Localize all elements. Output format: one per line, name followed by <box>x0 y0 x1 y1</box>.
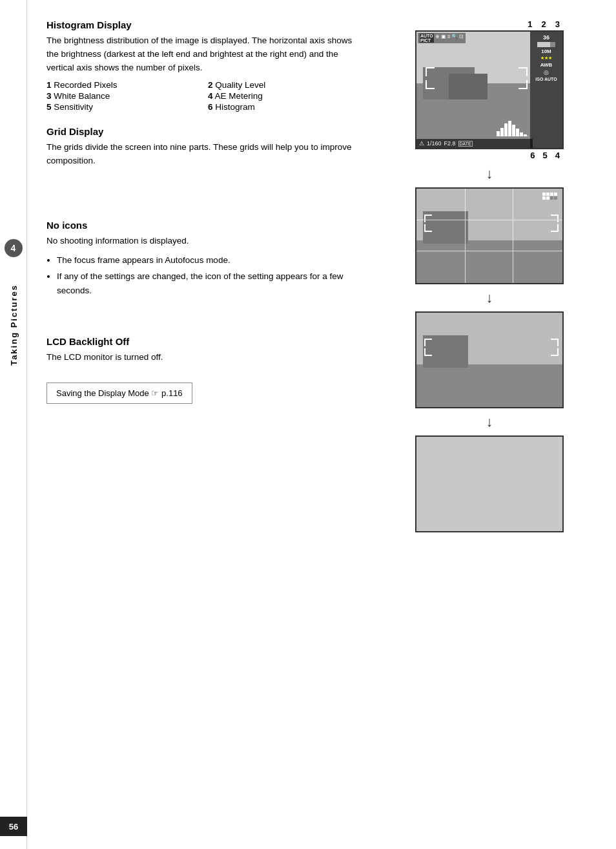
histogram-section: Histogram Display The brightness distrib… <box>46 19 363 112</box>
focus-tr <box>518 67 528 76</box>
warning-icon: ⚠ <box>419 140 424 147</box>
display-icon: ▣ <box>441 34 446 43</box>
search-icon: 🔍 <box>451 34 458 43</box>
focus-br-grid <box>551 224 559 232</box>
focus-tl-grid <box>424 215 432 222</box>
date-tag: DATE <box>458 141 473 147</box>
ground-noicons <box>416 364 562 407</box>
lcd-off-display <box>415 435 564 532</box>
chapter-number: 4 <box>5 239 23 257</box>
histogram-image-container: 1 2 3 <box>415 19 564 160</box>
battery-fill <box>537 42 550 47</box>
saving-note-icon: ☞ <box>151 388 159 398</box>
ground-grid <box>416 240 562 283</box>
label-5: 5 <box>543 151 548 160</box>
lcd-title: LCD Backlight Off <box>46 336 363 347</box>
grid-title: Grid Display <box>46 126 363 137</box>
face-icon: ʬ <box>447 34 450 43</box>
label-2: 2 <box>542 19 546 29</box>
grid-v2 <box>513 189 513 283</box>
camera-photo-area: AUTOPICT ⊕ ▣ ʬ 🔍 ⊡ 36 <box>416 32 562 148</box>
label-6: 6 <box>530 151 535 160</box>
saving-note-page: p.116 <box>161 388 183 398</box>
histogram-title: Histogram Display <box>46 19 363 30</box>
auto-pict-icon: AUTOPICT <box>420 34 434 43</box>
focus-tr-grid <box>551 215 559 222</box>
histogram-svg <box>497 118 529 136</box>
resolution-icon: 10M <box>541 48 551 54</box>
bullet-1: The focus frame appears in Autofocus mod… <box>57 253 363 267</box>
noicons-section: No icons No shooting information is disp… <box>46 220 363 298</box>
two-column-layout: Histogram Display The brightness distrib… <box>46 19 603 532</box>
focus-tl <box>426 67 435 76</box>
label-3: 3 <box>555 19 560 29</box>
battery-icon <box>537 42 555 47</box>
svg-rect-6 <box>520 132 523 136</box>
cam-bottom-bar: ⚠ 1/160 F2.8 DATE <box>416 139 533 148</box>
noicons-display-image <box>415 311 564 408</box>
arrow-3: ↓ <box>486 415 493 429</box>
histogram-body: The brightness distribution of the image… <box>46 34 363 75</box>
svg-rect-0 <box>497 131 500 136</box>
focus-bl-noicons <box>424 348 432 356</box>
focus-br <box>518 80 528 89</box>
page-number: 56 <box>0 817 27 836</box>
cam-icons-row: AUTOPICT ⊕ ▣ ʬ 🔍 ⊡ <box>418 33 466 43</box>
svg-rect-4 <box>512 125 515 136</box>
focus-bl-grid <box>424 224 432 232</box>
sidebar: 4 Taking Pictures 56 <box>0 0 27 849</box>
building2 <box>449 74 488 100</box>
focus-tl-noicons <box>424 339 432 346</box>
noicons-bullets: The focus frame appears in Autofocus mod… <box>46 253 363 298</box>
item-4: 4 AE Metering <box>208 91 363 101</box>
noicons-title: No icons <box>46 220 363 231</box>
histogram-items: 1 Recorded Pixels 2 Quality Level 3 Whit… <box>46 80 363 112</box>
aperture: F2.8 <box>444 140 456 147</box>
grid-section: Grid Display The grids divide the screen… <box>46 126 363 168</box>
grid-display-image <box>415 187 564 284</box>
label-1: 1 <box>528 19 532 29</box>
cam-bottom-labels: 6 5 4 <box>415 151 564 160</box>
lcd-body: The LCD monitor is turned off. <box>46 351 363 364</box>
shot-count: 36 <box>543 34 549 41</box>
focus-bl <box>426 80 435 89</box>
metering-icon: ◎ <box>544 69 549 76</box>
grid-v1 <box>465 189 466 283</box>
lcd-section: LCD Backlight Off The LCD monitor is tur… <box>46 336 363 364</box>
saving-note-text: Saving the Display Mode <box>56 388 149 398</box>
svg-rect-3 <box>508 121 511 136</box>
bullet-2: If any of the settings are changed, the … <box>57 269 363 297</box>
grid-h2 <box>416 251 562 251</box>
item-5: 5 Sensitivity <box>46 102 201 112</box>
stars-icon: ★★★ <box>540 56 552 61</box>
shutter-speed: 1/160 <box>427 140 442 147</box>
awb-icon: AWB <box>540 62 553 68</box>
flash-icon: ⊕ <box>435 34 440 43</box>
svg-rect-1 <box>500 128 504 136</box>
chapter-title: Taking Pictures <box>8 284 18 366</box>
right-panel: 36 10M ★★★ AWB ◎ ISO AUTO <box>530 32 562 148</box>
grid-body: The grids divide the screen into nine pa… <box>46 141 363 168</box>
images-column: 1 2 3 <box>376 19 603 532</box>
item-3: 3 White Balance <box>46 91 201 101</box>
item-1: 1 Recorded Pixels <box>46 80 201 90</box>
svg-rect-5 <box>516 129 519 136</box>
frame-icon: ⊡ <box>459 34 464 43</box>
cam-top-labels: 1 2 3 <box>415 19 564 29</box>
item-2: 2 Quality Level <box>208 80 363 90</box>
svg-rect-2 <box>504 123 508 136</box>
saving-note: Saving the Display Mode ☞ p.116 <box>46 383 192 404</box>
grid-h1 <box>416 220 562 220</box>
arrow-1: ↓ <box>486 167 493 181</box>
label-4: 4 <box>555 151 560 160</box>
arrow-2: ↓ <box>486 291 493 305</box>
text-column: Histogram Display The brightness distrib… <box>46 19 363 532</box>
main-content: Histogram Display The brightness distrib… <box>34 0 616 552</box>
focus-br-noicons <box>551 348 559 356</box>
camera-display-histogram: AUTOPICT ⊕ ▣ ʬ 🔍 ⊡ 36 <box>415 30 564 149</box>
iso-icon: ISO AUTO <box>535 77 557 81</box>
noicons-body: No shooting information is displayed. <box>46 235 363 248</box>
focus-tr-noicons <box>551 339 559 346</box>
item-6: 6 Histogram <box>208 102 363 112</box>
dots-indicator <box>542 193 557 200</box>
